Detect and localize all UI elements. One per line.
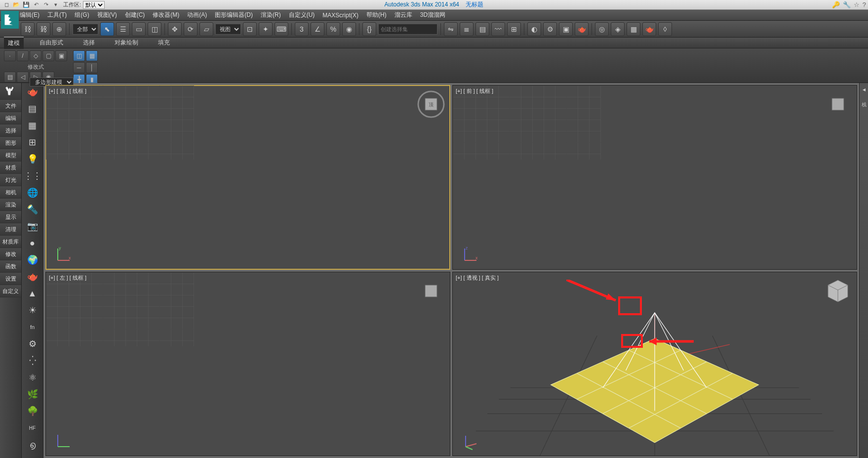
subobj-vertex-icon[interactable]: ·	[4, 50, 16, 61]
deer-logo-icon[interactable]	[0, 83, 21, 100]
wrench-icon[interactable]: 🔧	[843, 1, 851, 8]
teapot-icon[interactable]: 🫖	[25, 85, 40, 99]
render-icon[interactable]: 🫖	[575, 22, 589, 36]
cat-modify[interactable]: 修改	[0, 248, 21, 260]
link-icon[interactable]: ⛓	[21, 22, 35, 36]
refcoord-select[interactable]: 视图	[215, 24, 241, 35]
material-editor-icon[interactable]: ◐	[527, 22, 541, 36]
menu-liuyun[interactable]: 溜云库	[395, 11, 412, 19]
qat-new-icon[interactable]: ◻	[2, 1, 11, 9]
teapot2-icon[interactable]: 🫖	[25, 270, 40, 284]
app-logo-icon[interactable]	[1, 11, 19, 29]
manipulate-icon[interactable]: ✦	[259, 22, 273, 36]
cat-file[interactable]: 文件	[0, 100, 21, 112]
help-icon[interactable]: ?	[863, 1, 866, 8]
ribbon-tab-objectpaint[interactable]: 对象绘制	[111, 37, 142, 48]
qat-redo-icon[interactable]: ↷	[41, 1, 50, 9]
cat-function[interactable]: 函数	[0, 260, 21, 273]
rotate-tool-icon[interactable]: ⟳	[184, 22, 197, 36]
select-tool-icon[interactable]: ⬉	[100, 22, 114, 36]
stack-icon[interactable]: ▤	[4, 72, 16, 83]
viewport-perspective[interactable]: [+] [ 透视 ] [ 真实 ]	[452, 272, 857, 457]
snap-toggle-icon[interactable]: 3	[295, 22, 309, 36]
subobj-poly-icon[interactable]: ▢	[42, 50, 54, 61]
pivot-icon[interactable]: ⊡	[243, 22, 257, 36]
ribbon-tab-selection[interactable]: 选择	[79, 37, 99, 48]
cat-render[interactable]: 渲染	[0, 199, 21, 211]
cat-cleanup[interactable]: 清理	[0, 223, 21, 236]
menu-help[interactable]: 帮助(H)	[366, 11, 387, 19]
menu-tools[interactable]: 工具(T)	[47, 11, 67, 19]
menu-grapheditor[interactable]: 图形编辑器(D)	[215, 11, 253, 19]
render-setup-icon[interactable]: ⚙	[543, 22, 557, 36]
selection-filter-select[interactable]: 全部	[73, 24, 98, 35]
ribbon-tab-populate[interactable]: 填充	[154, 37, 174, 48]
extra4-icon[interactable]: 🫖	[642, 22, 656, 36]
scale-tool-icon[interactable]: ▱	[199, 22, 213, 36]
constraint-x-icon[interactable]: ─	[73, 62, 85, 73]
subobj-edge-icon[interactable]: /	[17, 50, 29, 61]
spinner-snap-icon[interactable]: ◉	[342, 22, 356, 36]
menu-view[interactable]: 视图(V)	[97, 11, 117, 19]
curve-editor-icon[interactable]: 〰	[491, 22, 505, 36]
select-region-icon[interactable]: ▭	[132, 22, 146, 36]
viewport-left-label[interactable]: [+] [ 左 ] [ 线框 ]	[49, 274, 86, 282]
constraint-y-icon[interactable]: │	[86, 62, 98, 73]
cat-light[interactable]: 灯光	[0, 174, 21, 186]
dots-icon[interactable]: ⁛	[25, 354, 40, 368]
mirror-icon[interactable]: ⇋	[444, 22, 458, 36]
cat-matlib[interactable]: 材质库	[0, 236, 21, 248]
viewport-top[interactable]: [+] [ 顶 ] [ 线框 ] y x	[45, 85, 450, 270]
ribbon-tab-modeling[interactable]: 建模	[4, 37, 24, 49]
move-tool-icon[interactable]: ✥	[168, 22, 182, 36]
angle-snap-icon[interactable]: ∠	[311, 22, 324, 36]
cat-custom[interactable]: 自定义	[0, 285, 21, 297]
qat-open-icon[interactable]: 📂	[12, 1, 21, 9]
workspace-select[interactable]: 默认	[83, 1, 105, 9]
viewport-left[interactable]: [+] [ 左 ] [ 线框 ]	[45, 272, 450, 457]
gridframe-icon[interactable]: ⊞	[25, 135, 40, 149]
align-icon[interactable]: ≣	[460, 22, 473, 36]
sun-icon[interactable]: ☀	[25, 303, 40, 317]
subobj-border-icon[interactable]: ◇	[30, 50, 41, 61]
cat-camera[interactable]: 相机	[0, 186, 21, 199]
bind-icon[interactable]: ⊕	[52, 22, 66, 36]
menu-render[interactable]: 渲染(R)	[261, 11, 281, 19]
grass-icon[interactable]: 🌿	[25, 387, 40, 401]
menu-create[interactable]: 创建(C)	[125, 11, 145, 19]
layers-icon[interactable]: ▤	[475, 22, 489, 36]
named-sets-icon[interactable]: {}	[362, 22, 376, 36]
unlink-icon[interactable]: ⛓̸	[37, 22, 50, 36]
prev-mod-icon[interactable]: ◁	[17, 72, 29, 83]
cat-edit[interactable]: 编辑	[0, 112, 21, 125]
keyboard-shortcut-icon[interactable]: ⌨	[275, 22, 288, 36]
layers-icon[interactable]: ▤	[25, 102, 40, 116]
selection-set-input[interactable]	[378, 24, 437, 35]
cat-material[interactable]: 材质	[0, 162, 21, 174]
swirl-icon[interactable]: ൭	[25, 438, 40, 452]
qat-save-icon[interactable]: 💾	[22, 1, 31, 9]
menu-animation[interactable]: 动画(A)	[187, 11, 207, 19]
cat-model[interactable]: 模型	[0, 149, 21, 162]
key-icon[interactable]: 🔑	[832, 1, 840, 8]
extra2-icon[interactable]: ◈	[611, 22, 625, 36]
top-viewcube-icon[interactable]: 顶	[417, 90, 445, 118]
viewport-front[interactable]: [+] [ 前 ] [ 线框 ] z x	[452, 85, 857, 270]
cat-display[interactable]: 显示	[0, 211, 21, 223]
menu-modifiers[interactable]: 修改器(M)	[153, 11, 179, 19]
extra3-icon[interactable]: ▦	[627, 22, 640, 36]
bulb-icon[interactable]: 💡	[25, 152, 40, 166]
schematic-icon[interactable]: ⊞	[507, 22, 521, 36]
star-icon[interactable]: ☆	[854, 1, 860, 8]
qat-dropdown-icon[interactable]: ▾	[51, 1, 60, 9]
earth-icon[interactable]: 🌍	[25, 253, 40, 267]
command-panel-toggle-icon[interactable]: ◂	[863, 86, 866, 93]
front-viewcube-icon[interactable]	[824, 90, 852, 118]
tree-icon[interactable]: 🌳	[25, 404, 40, 418]
ribbon-tab-freeform[interactable]: 自由形式	[36, 37, 67, 48]
window-crossing-icon[interactable]: ◫	[148, 22, 161, 36]
cat-shape[interactable]: 图形	[0, 137, 21, 149]
chart-icon[interactable]: ▦	[25, 119, 40, 132]
cat-settings[interactable]: 设置	[0, 273, 21, 285]
menu-edit[interactable]: 编辑(E)	[20, 11, 39, 19]
